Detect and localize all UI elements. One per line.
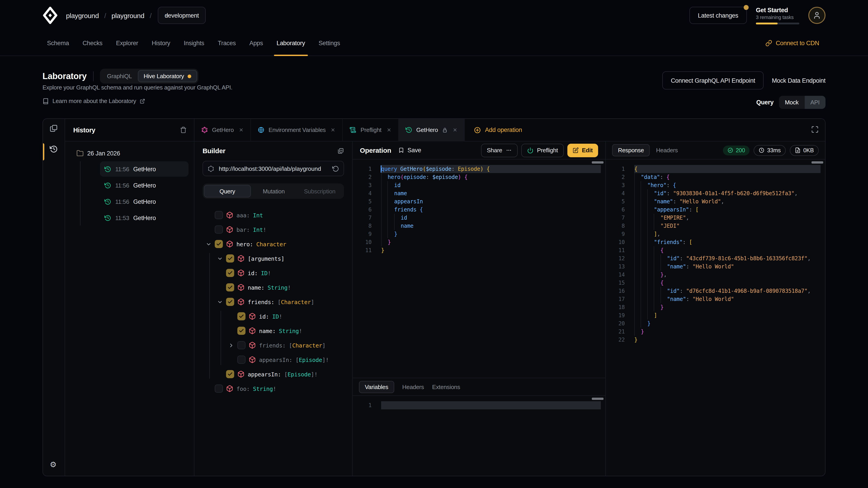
scrollbar-thumb[interactable] bbox=[592, 161, 603, 164]
nav-tab-traces[interactable]: Traces bbox=[218, 31, 236, 56]
bookmark-icon bbox=[399, 147, 404, 153]
close-icon[interactable] bbox=[239, 127, 244, 132]
connect-to-cdn-link[interactable]: Connect to CDN bbox=[765, 31, 819, 56]
nav-tab-checks[interactable]: Checks bbox=[83, 31, 102, 56]
builder-field-arguments[interactable]: [arguments] bbox=[203, 251, 344, 266]
edit-button[interactable]: Edit bbox=[567, 143, 598, 157]
variables-editor[interactable]: 1 bbox=[352, 396, 605, 476]
chevron-right-icon[interactable] bbox=[228, 342, 234, 348]
builder-field-hero[interactable]: hero:Character bbox=[203, 237, 344, 251]
close-icon[interactable] bbox=[453, 127, 458, 132]
op-type-subscription[interactable]: Subscription bbox=[297, 185, 343, 197]
more-dots-icon[interactable] bbox=[506, 147, 512, 153]
share-button[interactable]: Share bbox=[481, 143, 518, 157]
history-entry[interactable]: 11:56GetHero bbox=[100, 177, 188, 193]
nav-tab-insights[interactable]: Insights bbox=[184, 31, 204, 56]
tab-preflight[interactable]: Preflight bbox=[343, 119, 399, 141]
user-avatar[interactable] bbox=[808, 7, 826, 24]
breadcrumb-project[interactable]: playground bbox=[112, 11, 144, 19]
mode-option-hive-laboratory[interactable]: Hive Laboratory bbox=[138, 70, 197, 82]
preflight-button[interactable]: Preflight bbox=[521, 143, 564, 157]
close-icon[interactable] bbox=[331, 127, 336, 132]
close-icon[interactable] bbox=[386, 127, 392, 132]
nav-tab-schema[interactable]: Schema bbox=[47, 31, 69, 56]
history-entry[interactable]: 11:53GetHero bbox=[100, 210, 188, 225]
field-checkbox[interactable] bbox=[237, 312, 246, 320]
field-checkbox[interactable] bbox=[237, 341, 246, 349]
builder-field-name[interactable]: name:String! bbox=[203, 280, 344, 295]
tab-gethero-1[interactable]: GetHero bbox=[194, 119, 251, 141]
builder-field-friends[interactable]: friends:[Character] bbox=[203, 295, 344, 309]
response-editor[interactable]: 1{2"data": {3"hero": {4"id": "93038304-0… bbox=[606, 160, 825, 476]
chevron-down-icon[interactable] bbox=[217, 256, 223, 261]
history-date-group[interactable]: 26 Jan 2026 bbox=[76, 147, 188, 160]
endpoint-url-input[interactable] bbox=[218, 165, 329, 172]
field-checkbox[interactable] bbox=[237, 356, 246, 364]
field-checkbox[interactable] bbox=[215, 225, 223, 234]
field-checkbox[interactable] bbox=[237, 327, 246, 335]
chevron-down-icon[interactable] bbox=[206, 241, 212, 247]
status-code: 200 bbox=[736, 147, 745, 153]
field-checkbox[interactable] bbox=[226, 370, 234, 378]
gear-icon[interactable]: ⚙ bbox=[50, 460, 57, 469]
save-button[interactable]: Save bbox=[399, 147, 421, 154]
builder-field-appearsIn[interactable]: appearsIn:[Episode]! bbox=[203, 367, 344, 381]
nav-tab-history[interactable]: History bbox=[152, 31, 170, 56]
op-type-query[interactable]: Query bbox=[204, 185, 251, 197]
history-rail-icon[interactable] bbox=[50, 145, 58, 153]
field-checkbox[interactable] bbox=[215, 240, 223, 248]
breadcrumb-org[interactable]: playground bbox=[66, 11, 99, 19]
op-type-mutation[interactable]: Mutation bbox=[251, 185, 297, 197]
env-option-api[interactable]: API bbox=[804, 96, 826, 109]
latest-changes-button[interactable]: Latest changes bbox=[689, 7, 747, 24]
field-type: [Character] bbox=[278, 298, 314, 305]
tab-variables[interactable]: Variables bbox=[359, 381, 394, 393]
env-option-mock[interactable]: Mock bbox=[779, 96, 804, 109]
field-checkbox[interactable] bbox=[226, 269, 234, 277]
tab-response-headers[interactable]: Headers bbox=[656, 147, 678, 154]
history-title: History bbox=[73, 126, 95, 133]
tab-environment-variables[interactable]: Environment Variables bbox=[251, 119, 343, 141]
mode-option-graphiql[interactable]: GraphiQL bbox=[101, 70, 138, 82]
field-checkbox[interactable] bbox=[226, 298, 234, 306]
field-checkbox[interactable] bbox=[215, 211, 223, 219]
tab-extensions[interactable]: Extensions bbox=[432, 383, 460, 390]
learn-more-link[interactable]: Learn more about the Laboratory bbox=[42, 98, 145, 104]
tab-gethero-active[interactable]: GetHero bbox=[399, 119, 465, 141]
code-line: 6"appearsIn": [ bbox=[606, 205, 825, 214]
tab-response[interactable]: Response bbox=[612, 144, 650, 156]
field-checkbox[interactable] bbox=[215, 385, 223, 393]
builder-field-foo[interactable]: foo:String! bbox=[203, 381, 344, 396]
chevron-down-icon[interactable] bbox=[217, 299, 223, 305]
target-selector[interactable]: development bbox=[158, 7, 206, 24]
history-entry[interactable]: 11:56GetHero bbox=[100, 194, 188, 209]
connect-endpoint-button[interactable]: Connect GraphQL API Endpoint bbox=[662, 71, 764, 90]
trash-icon[interactable] bbox=[180, 127, 187, 133]
scrollbar-thumb[interactable] bbox=[592, 398, 603, 400]
refresh-icon[interactable] bbox=[332, 165, 339, 172]
collapse-panel-icon[interactable] bbox=[337, 147, 344, 154]
builder-field-id[interactable]: id:ID! bbox=[203, 266, 344, 280]
collections-icon[interactable] bbox=[50, 124, 58, 132]
query-editor[interactable]: 1query GetHero($episode: Episode) {2hero… bbox=[352, 160, 605, 378]
builder-field-bar[interactable]: bar:Int! bbox=[203, 222, 344, 237]
builder-field-name[interactable]: name:String! bbox=[203, 324, 344, 338]
nav-tab-apps[interactable]: Apps bbox=[249, 31, 263, 56]
builder-field-appearsIn[interactable]: appearsIn:[Episode]! bbox=[203, 352, 344, 367]
nav-tab-explorer[interactable]: Explorer bbox=[116, 31, 138, 56]
field-checkbox[interactable] bbox=[226, 254, 234, 263]
nav-tab-laboratory[interactable]: Laboratory bbox=[276, 31, 305, 56]
hive-logo-icon[interactable] bbox=[42, 6, 58, 24]
mock-endpoint-button[interactable]: Mock Data Endpoint bbox=[772, 77, 826, 84]
scrollbar-thumb[interactable] bbox=[811, 161, 823, 164]
add-operation-button[interactable]: Add operation bbox=[465, 119, 531, 141]
nav-tab-settings[interactable]: Settings bbox=[318, 31, 340, 56]
tab-headers[interactable]: Headers bbox=[402, 383, 424, 390]
history-entry[interactable]: 11:56GetHero bbox=[100, 161, 188, 177]
builder-field-id[interactable]: id:ID! bbox=[203, 309, 344, 324]
builder-field-friends[interactable]: friends:[Character] bbox=[203, 338, 344, 352]
field-checkbox[interactable] bbox=[226, 283, 234, 291]
get-started-widget[interactable]: Get Started 3 remaining tasks bbox=[756, 6, 799, 24]
fullscreen-icon[interactable] bbox=[811, 126, 819, 133]
builder-field-aaa[interactable]: aaa:Int bbox=[203, 208, 344, 222]
